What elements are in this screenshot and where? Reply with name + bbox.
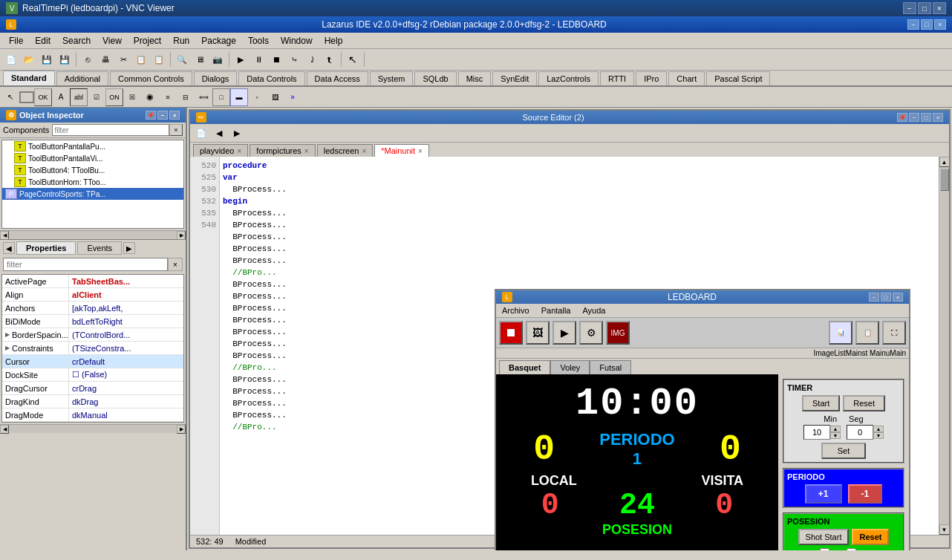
tab-system[interactable]: System <box>370 71 414 85</box>
tab-chart[interactable]: Chart <box>668 71 705 85</box>
palette-btn-more[interactable]: ▫ <box>248 88 266 106</box>
prop-row-activepage[interactable]: ActivePage TabSheetBas... <box>2 275 183 288</box>
code-scroll-thumb[interactable] <box>940 169 949 191</box>
toolbar-pause-btn[interactable]: ⏸ <box>250 51 267 68</box>
led-tool-fullscreen[interactable]: ⛶ <box>882 321 906 345</box>
palette-more[interactable]: » <box>284 88 301 106</box>
palette-btn-cb[interactable]: ☒ <box>123 88 141 106</box>
led-menu-pantalla[interactable]: Pantalla <box>538 305 574 316</box>
toolbar-btn-8[interactable]: 📋 <box>133 51 149 68</box>
file-tab-mainunit[interactable]: *Mainunit × <box>374 144 429 157</box>
led-tool-score[interactable]: 📊 <box>829 321 852 345</box>
toolbar-stop-btn[interactable]: ⏹ <box>268 51 284 68</box>
palette-btn-list[interactable]: ≡ <box>159 88 177 106</box>
toolbar-step-btn[interactable]: ⤷ <box>286 51 302 68</box>
led-tab-futsal[interactable]: Futsal <box>590 360 631 374</box>
palette-btn-scroll[interactable]: ⟺ <box>195 88 212 106</box>
toolbar-btn-5[interactable]: ⎋ <box>79 51 96 68</box>
tab-rtti[interactable]: RTTI <box>600 71 634 85</box>
file-tab-ledscreen-close[interactable]: × <box>362 147 366 155</box>
toolbar-open-btn[interactable]: 📂 <box>21 51 37 68</box>
posesion-cb2-input[interactable] <box>847 548 856 550</box>
toolbar-new-btn[interactable]: 📄 <box>3 51 19 68</box>
palette-btn-panel[interactable]: ▬ <box>230 88 248 106</box>
vnc-maximize-btn[interactable]: □ <box>918 2 931 14</box>
tree-row-toolbtn2[interactable]: T ToolButtonPantallaVi... <box>2 152 183 164</box>
led-tab-basquet[interactable]: Basquet <box>499 360 550 374</box>
palette-frame[interactable] <box>19 91 34 103</box>
posesion-cb1-input[interactable] <box>820 548 829 550</box>
src-close-btn[interactable]: × <box>933 113 943 122</box>
tab-data-access[interactable]: Data Access <box>307 71 368 85</box>
menu-help[interactable]: Help <box>319 34 349 48</box>
posesion-cb1[interactable]: 24 <box>820 548 841 550</box>
tree-row-toolbtn3[interactable]: T ToolButton4: TToolBu... <box>2 164 183 176</box>
tab-data-controls[interactable]: Data Controls <box>238 71 304 85</box>
timer-seg-up[interactable]: ▲ <box>873 426 884 432</box>
ide-maximize-btn[interactable]: □ <box>921 19 933 30</box>
menu-file[interactable]: File <box>3 34 29 48</box>
palette-btn-grp[interactable]: □ <box>212 88 230 106</box>
toolbar-inspect-btn[interactable]: 🔍 <box>174 51 190 68</box>
tab-synedit[interactable]: SynEdit <box>492 71 537 85</box>
toolbar-stepover-btn[interactable]: ⤸ <box>304 51 320 68</box>
toolbar-btn-6[interactable]: 🖶 <box>97 51 114 68</box>
tab-common-controls[interactable]: Common Controls <box>110 71 192 85</box>
toolbar-saveall-btn[interactable]: 💾 <box>56 51 73 68</box>
menu-project[interactable]: Project <box>128 34 167 48</box>
file-tab-playvideo[interactable]: playvideo × <box>193 144 248 157</box>
palette-btn-radio[interactable]: ◉ <box>141 88 159 106</box>
menu-window[interactable]: Window <box>275 34 319 48</box>
props-scroll-left[interactable]: ◀ <box>0 425 9 434</box>
palette-cursor[interactable]: ↖ <box>1 88 19 106</box>
toolbar-stepout-btn[interactable]: ⮬ <box>322 51 338 68</box>
tab-dialogs[interactable]: Dialogs <box>194 71 238 85</box>
tab-additional[interactable]: Additional <box>56 71 108 85</box>
oi-minimize-btn[interactable]: − <box>157 111 168 120</box>
oi-close-btn[interactable]: × <box>169 111 180 120</box>
vnc-close-btn[interactable]: × <box>933 2 946 14</box>
timer-seg-input[interactable] <box>847 425 873 440</box>
periodo-minus-btn[interactable]: -1 <box>848 484 883 504</box>
prop-row-align[interactable]: Align alClient <box>2 288 183 302</box>
prop-row-dragmode[interactable]: DragMode dkManual <box>2 408 183 422</box>
toolbar-pointer-btn[interactable]: ↖ <box>345 51 361 68</box>
periodo-plus-btn[interactable]: +1 <box>805 484 842 504</box>
led-tab-voley[interactable]: Voley <box>550 360 590 374</box>
timer-min-input[interactable] <box>803 425 830 440</box>
prop-row-dragcursor[interactable]: DragCursor crDrag <box>2 382 183 395</box>
src-toolbar-back[interactable]: ◀ <box>211 126 227 140</box>
toolbar-btn-7[interactable]: ✂ <box>115 51 131 68</box>
led-tool-image[interactable]: IMG <box>606 321 630 345</box>
toolbar-btn-11[interactable]: 📷 <box>209 51 226 68</box>
tree-row-pagecontrol[interactable]: P PageControlSports: TPa... <box>2 188 183 200</box>
timer-seg-down[interactable]: ▼ <box>873 432 884 439</box>
tab-lazcontrols[interactable]: LazControls <box>538 71 599 85</box>
file-tab-formpictures[interactable]: formpictures × <box>250 144 315 157</box>
timer-reset-btn[interactable]: Reset <box>843 395 885 411</box>
src-pin-btn[interactable]: 📌 <box>897 113 907 122</box>
props-nav-prev[interactable]: ◀ <box>3 242 15 254</box>
menu-search[interactable]: Search <box>56 34 97 48</box>
menu-edit[interactable]: Edit <box>29 34 56 48</box>
palette-btn-check[interactable]: ☑ <box>88 88 105 106</box>
led-menu-archivo[interactable]: Archivo <box>499 305 532 316</box>
prop-row-dragkind[interactable]: DragKind dkDrag <box>2 395 183 408</box>
palette-btn-edit[interactable]: abl <box>70 88 88 106</box>
tab-sqldb[interactable]: SQLdb <box>414 71 456 85</box>
led-close-btn[interactable]: × <box>893 293 903 302</box>
src-minimize-btn[interactable]: − <box>909 113 919 122</box>
code-scroll-down[interactable]: ▼ <box>939 524 950 535</box>
led-tool-display[interactable]: 📋 <box>855 321 879 345</box>
ide-minimize-btn[interactable]: − <box>907 19 919 30</box>
components-filter-btn[interactable]: × <box>169 124 183 136</box>
menu-run[interactable]: Run <box>167 34 195 48</box>
palette-btn-toggle[interactable]: ON <box>105 88 123 106</box>
tab-events[interactable]: Events <box>77 241 122 255</box>
tab-pascal-script[interactable]: Pascal Script <box>706 71 770 85</box>
props-filter-input[interactable] <box>3 258 168 271</box>
palette-btn-combo[interactable]: ⊟ <box>177 88 195 106</box>
ide-close-btn[interactable]: × <box>934 19 946 30</box>
led-tool-config[interactable]: ⚙ <box>579 321 603 345</box>
file-tab-formpictures-close[interactable]: × <box>304 147 309 155</box>
